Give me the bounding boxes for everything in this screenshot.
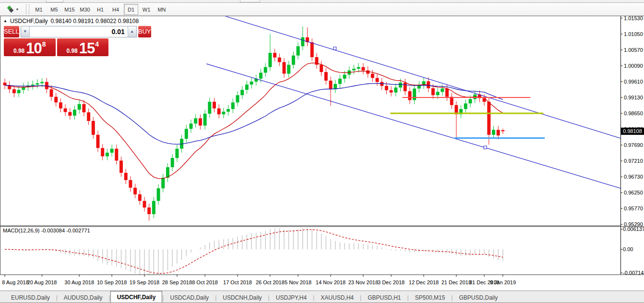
date-tick-label: 3 Dec 2018 <box>378 279 405 285</box>
candle-body <box>352 69 356 70</box>
candle-body <box>390 90 393 93</box>
sell-button[interactable]: SELL <box>4 26 19 37</box>
candle-body <box>450 97 453 105</box>
candle-body <box>464 103 467 109</box>
candle-body <box>343 75 346 79</box>
candle-body <box>138 194 142 201</box>
candle-body <box>297 46 300 55</box>
candle-body <box>54 97 58 103</box>
candle-body <box>227 109 230 112</box>
chart-tab-usdjpy-h4[interactable]: USDJPY,H4 <box>270 292 313 303</box>
candle-body <box>213 102 216 109</box>
candle-body <box>12 89 16 93</box>
chart-tab-xauusd-h4[interactable]: XAUUSD,H4 <box>314 292 360 303</box>
date-tick-label: 9 Jan 2019 <box>490 279 516 285</box>
timeframe-button-m5[interactable]: M5 <box>47 4 61 15</box>
date-tick-label: 8 Aug 2018 <box>2 279 29 285</box>
candle-body <box>245 85 249 90</box>
candle-body <box>240 90 244 95</box>
chart-tab-usdchf-daily[interactable]: USDCHF,Daily <box>110 291 163 303</box>
candle-body <box>497 130 500 135</box>
candle-body <box>287 65 290 74</box>
date-tick-label: 10 Sep 2018 <box>97 279 127 285</box>
chart-tab-usdcad-daily[interactable]: USDCAD,Daily <box>164 292 215 303</box>
timeframe-buttons: M1M5M15M30H1H4D1W1MN <box>31 3 169 16</box>
chart-window: 1.015301.010501.005701.000900.996100.991… <box>0 16 644 291</box>
toolbar-grip[interactable] <box>26 4 29 14</box>
buy-price-base: 0.98 <box>66 48 77 54</box>
volume-spinner: ▼ ▲ <box>21 26 137 37</box>
timeframe-button-h1[interactable]: H1 <box>93 4 107 15</box>
date-tick-label: 17 Oct 2018 <box>223 279 252 285</box>
price-tick-label: 1.01050 <box>624 31 643 37</box>
candle-body <box>190 123 193 129</box>
date-tick-label: 23 Nov 2018 <box>348 279 378 285</box>
chart-tab-sp500-m15[interactable]: SP500,M15 <box>409 292 452 303</box>
timeframe-button-mn[interactable]: MN <box>155 4 169 15</box>
buy-price-display[interactable]: 0.98 15 4 <box>57 38 109 56</box>
price-tick-label: 1.01530 <box>624 16 643 21</box>
timeframe-button-m30[interactable]: M30 <box>78 4 92 15</box>
timeframe-button-w1[interactable]: W1 <box>139 4 154 15</box>
candle-body <box>161 178 165 188</box>
timeframe-button-m15[interactable]: M15 <box>62 4 77 15</box>
current-price-label: 0.98108 <box>623 128 642 134</box>
candle-body <box>320 65 323 72</box>
cutoff-toolbar-button <box>240 0 260 2</box>
price-tick-label: 0.95770 <box>624 206 643 211</box>
trendline-handle[interactable] <box>334 47 336 50</box>
price-tick-label: 0.98650 <box>624 110 643 116</box>
macd-tick-label: -0.007142 <box>623 270 644 276</box>
periodicity-icon <box>7 6 14 12</box>
volume-decrease-button[interactable]: ▼ <box>21 26 30 37</box>
trendline-handle[interactable] <box>484 146 487 149</box>
candle-body <box>231 102 235 109</box>
timeframe-button-h4[interactable]: H4 <box>108 4 123 15</box>
candle-body <box>310 42 314 57</box>
volume-increase-button[interactable]: ▲ <box>128 26 136 37</box>
chart-ohlc-values: 0.98140 0.98191 0.98022 0.98108 <box>51 18 139 24</box>
volume-input[interactable] <box>30 26 128 37</box>
collapse-triangle-icon: ▲ <box>3 19 7 24</box>
cutoff-toolbar-button <box>46 0 63 2</box>
candle-body <box>73 109 76 115</box>
candle-body <box>292 56 295 65</box>
candle-body <box>413 88 416 100</box>
buy-button[interactable]: BUY <box>138 26 151 37</box>
candle-body <box>78 104 81 110</box>
chart-tab-gbpusd-daily[interactable]: GBPUSD,Daily <box>453 292 504 303</box>
buy-price-sup: 4 <box>95 40 99 48</box>
candle-body <box>441 88 444 92</box>
candle-body <box>208 102 211 114</box>
candle-body <box>376 78 379 82</box>
current-price-tag: 0.98108 <box>621 128 644 135</box>
candle-body <box>203 114 207 126</box>
chart-tab-audusd-daily[interactable]: AUDUSD,Daily <box>58 292 109 303</box>
candle-body <box>171 158 174 167</box>
sell-price-big: 10 <box>26 42 41 54</box>
candle-body <box>119 160 123 173</box>
chart-tab-gbpusd-h1[interactable]: GBPUSD,H1 <box>361 292 407 303</box>
sell-price-base: 0.98 <box>13 48 24 54</box>
candle-body <box>469 99 472 103</box>
chart-tab-eurusd-daily[interactable]: EURUSD,Daily <box>5 292 56 303</box>
chart-background <box>0 16 644 291</box>
timeframe-button-d1[interactable]: D1 <box>124 4 138 15</box>
chevron-down-icon: ▼ <box>16 8 19 11</box>
periodicity-dropdown-button[interactable]: ▼ <box>2 4 24 15</box>
candle-body <box>157 188 160 201</box>
date-tick-label: 21 Dec 2018 <box>441 279 471 285</box>
candle-body <box>115 149 118 161</box>
date-tick-label: 12 Dec 2018 <box>409 279 439 285</box>
timeframe-button-m1[interactable]: M1 <box>32 4 46 15</box>
price-tick-label: 1.00570 <box>624 47 643 53</box>
candle-body <box>68 112 72 116</box>
mt4-terminal: ▼ M1M5M15M30H1H4D1W1MN 1.015301.010501.0… <box>0 0 644 303</box>
candle-body <box>268 53 272 67</box>
date-tick-label: 30 Aug 2018 <box>64 279 94 285</box>
candle-body <box>194 118 197 123</box>
chart-tab-usdcnh-daily[interactable]: USDCNH,Daily <box>216 292 268 303</box>
sell-price-display[interactable]: 0.98 10 8 <box>4 38 56 56</box>
candle-body <box>259 73 262 78</box>
buy-price-big: 15 <box>79 42 95 54</box>
